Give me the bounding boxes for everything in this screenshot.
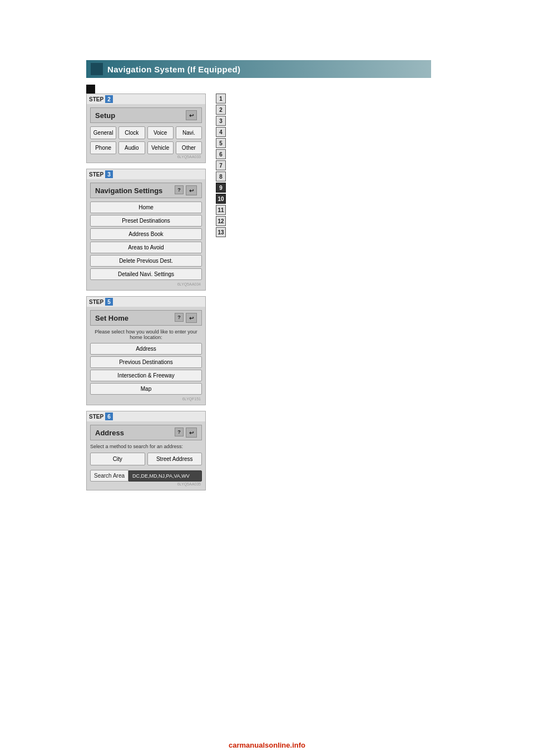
step2-content: Setup ↩ General Clock Voice Navi. Phone … <box>87 104 205 163</box>
step2-watermark: 6LYQ5AA033 <box>90 154 202 159</box>
num-box-9: 9 <box>216 183 226 193</box>
num-box-10: 10 <box>216 194 226 204</box>
step3-back-btn[interactable]: ↩ <box>186 185 197 195</box>
street-address-btn[interactable]: Street Address <box>147 453 202 465</box>
step5-content: Set Home ? ↩ Please select how you would… <box>87 307 205 405</box>
step5-panel: STEP 5 Set Home ? ↩ Please select how yo… <box>86 296 206 405</box>
audio-btn[interactable]: Audio <box>118 141 145 154</box>
step3-num: 3 <box>105 170 113 178</box>
step6-help-btn[interactable]: ? <box>175 428 184 436</box>
step3-header: Navigation Settings ? ↩ <box>90 183 202 198</box>
step5-description: Please select how you would like to ente… <box>90 329 202 340</box>
step3-help-btn[interactable]: ? <box>175 185 184 194</box>
prev-dest-btn[interactable]: Previous Destinations <box>90 356 202 368</box>
map-btn[interactable]: Map <box>90 383 202 395</box>
areas-avoid-btn[interactable]: Areas to Avoid <box>90 242 202 253</box>
step5-label: STEP 5 <box>87 297 205 307</box>
detailed-navi-btn[interactable]: Detailed Navi. Settings <box>90 268 202 280</box>
search-area-value: DC,DE,MD,NJ,PA,VA,WV <box>128 470 202 482</box>
num-box-12: 12 <box>216 216 226 226</box>
step6-num: 6 <box>105 413 113 420</box>
step3-title: Navigation Settings <box>95 186 162 195</box>
delete-prev-btn[interactable]: Delete Previous Dest. <box>90 255 202 267</box>
section-bullet <box>86 85 95 94</box>
city-btn[interactable]: City <box>90 453 145 465</box>
step6-description: Select a method to search for an address… <box>90 444 202 449</box>
general-btn[interactable]: General <box>90 126 116 139</box>
intersection-freeway-btn[interactable]: Intersection & Freeway <box>90 370 202 381</box>
num-box-13: 13 <box>216 227 226 237</box>
other-btn[interactable]: Other <box>176 141 202 154</box>
step6-title: Address <box>95 429 124 437</box>
step5-header: Set Home ? ↩ <box>90 310 202 326</box>
num-box-2: 2 <box>216 105 226 115</box>
navi-btn[interactable]: Navi. <box>176 126 202 139</box>
step5-watermark: 6LYQF151 <box>90 396 202 401</box>
num-box-6: 6 <box>216 149 226 159</box>
phone-btn[interactable]: Phone <box>90 141 116 154</box>
num-box-4: 4 <box>216 127 226 137</box>
step2-header: Setup ↩ <box>90 107 202 123</box>
address-entry-btn[interactable]: Address <box>90 343 202 355</box>
step2-row2: Phone Audio Vehicle Other <box>90 141 202 154</box>
step6-watermark: 6LYQ5AA035 <box>90 482 202 487</box>
nav-icon <box>91 63 103 75</box>
voice-btn[interactable]: Voice <box>147 126 174 139</box>
step3-panel: STEP 3 Navigation Settings ? ↩ Home Pres… <box>86 169 206 291</box>
step5-title: Set Home <box>95 314 128 322</box>
step2-back-btn[interactable]: ↩ <box>186 110 197 120</box>
num-box-7: 7 <box>216 160 226 170</box>
header-bar: Navigation System (If Equipped) <box>86 60 431 78</box>
footer: carmanualsonline.info <box>0 741 534 749</box>
step5-help-btn[interactable]: ? <box>175 313 184 322</box>
step3-content: Navigation Settings ? ↩ Home Preset Dest… <box>87 179 205 290</box>
step-text-3: STEP <box>89 171 103 178</box>
step2-title: Setup <box>95 111 115 120</box>
address-method-row: City Street Address <box>90 453 202 465</box>
step6-label: STEP 6 <box>87 411 205 421</box>
step-text: STEP <box>89 96 103 102</box>
step6-panel: STEP 6 Address ? ↩ Select a method to se… <box>86 411 206 490</box>
step6-content: Address ? ↩ Select a method to search fo… <box>87 421 205 490</box>
num-box-11: 11 <box>216 205 226 215</box>
step2-num: 2 <box>105 95 113 103</box>
step2-panel: STEP 2 Setup ↩ General Clock Voice Navi.… <box>86 94 206 163</box>
vehicle-btn[interactable]: Vehicle <box>147 141 174 154</box>
step6-header: Address ? ↩ <box>90 425 202 440</box>
step3-watermark: 6LYQ5AA034 <box>90 282 202 287</box>
clock-btn[interactable]: Clock <box>118 126 145 139</box>
address-book-btn[interactable]: Address Book <box>90 228 202 240</box>
step-text-6: STEP <box>89 414 103 420</box>
footer-logo: carmanualsonline.info <box>229 741 305 749</box>
step2-label: STEP 2 <box>87 94 205 104</box>
panels-area: STEP 2 Setup ↩ General Clock Voice Navi.… <box>86 94 206 496</box>
step5-num: 5 <box>105 298 113 306</box>
right-numbers-list: 12345678910111213 <box>216 94 226 238</box>
search-area-row: Search Area DC,DE,MD,NJ,PA,VA,WV <box>90 470 202 482</box>
num-box-1: 1 <box>216 94 226 104</box>
step5-back-btn[interactable]: ↩ <box>186 313 197 323</box>
preset-dest-btn[interactable]: Preset Destinations <box>90 215 202 227</box>
step6-back-btn[interactable]: ↩ <box>186 428 197 438</box>
num-box-5: 5 <box>216 138 226 148</box>
home-btn[interactable]: Home <box>90 202 202 213</box>
step2-row1: General Clock Voice Navi. <box>90 126 202 139</box>
num-box-3: 3 <box>216 116 226 126</box>
search-area-btn[interactable]: Search Area <box>90 470 128 482</box>
step3-label: STEP 3 <box>87 169 205 179</box>
step-text-5: STEP <box>89 299 103 305</box>
num-box-8: 8 <box>216 171 226 181</box>
page-title: Navigation System (If Equipped) <box>107 65 240 74</box>
